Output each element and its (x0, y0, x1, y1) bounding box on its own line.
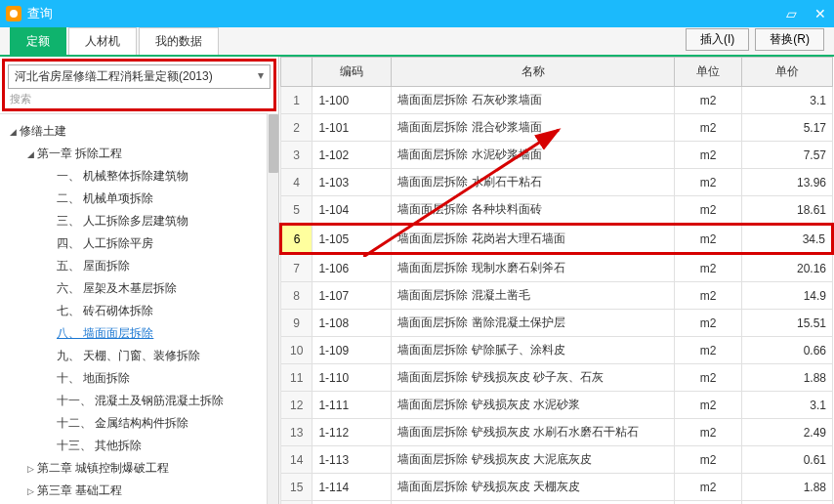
tree-leaf[interactable]: 十三、 其他拆除 (2, 435, 276, 457)
cell-name: 墙面面层拆除 石灰砂浆墙面 (392, 87, 674, 114)
table-row[interactable]: 41-103墙面面层拆除 水刷石干粘石m213.96 (281, 169, 833, 196)
row-index: 15 (281, 474, 313, 501)
replace-button[interactable]: 替换(R) (755, 28, 824, 51)
tab-quota[interactable]: 定额 (10, 27, 66, 55)
tab-mydata[interactable]: 我的数据 (139, 27, 219, 55)
minimize-button[interactable]: ▱ (783, 6, 799, 21)
cell-price: 20.16 (742, 254, 833, 282)
cell-name: 墙面面层拆除 铲残损灰皮 大泥底灰皮 (392, 446, 674, 474)
tree-leaf[interactable]: 十一、 混凝土及钢筋混凝土拆除 (2, 390, 276, 412)
cell-price: 13.96 (742, 169, 833, 196)
row-index: 7 (281, 254, 313, 282)
cell-code: 1-109 (313, 337, 392, 364)
tree-node-ch2[interactable]: ▷第二章 城镇控制爆破工程 (2, 457, 276, 480)
cell-unit: m2 (674, 337, 741, 364)
cell-name: 墙面面层拆除 水泥砂浆墙面 (392, 142, 674, 169)
quota-dropdown[interactable]: 河北省房屋修缮工程消耗量定额(2013) (8, 64, 271, 89)
tree-leaf[interactable]: 九、 天棚、门窗、装修拆除 (2, 345, 276, 367)
chevron-down-icon: ◢ (27, 149, 37, 159)
search-hint[interactable]: 搜索 (8, 92, 271, 106)
cell-unit: m2 (674, 474, 741, 501)
cell-price: 34.5 (742, 225, 833, 254)
cell-price: 0.61 (742, 446, 833, 474)
col-price[interactable]: 单价 (742, 58, 833, 87)
cell-code: 1-100 (313, 87, 392, 114)
tree-node-ch3[interactable]: ▷第三章 基础工程 (2, 480, 276, 502)
tree-scrollbar[interactable] (267, 113, 278, 504)
table-row[interactable]: 101-109墙面面层拆除 铲除腻子、涂料皮m20.66 (281, 337, 833, 364)
table-row[interactable]: 71-106墙面面层拆除 现制水磨石剁斧石m220.16 (281, 254, 833, 282)
cell-code: 1-105 (313, 225, 392, 254)
table-row[interactable]: 31-102墙面面层拆除 水泥砂浆墙面m27.57 (281, 142, 833, 169)
cell-price: 1.88 (742, 474, 833, 501)
tree-leaf[interactable]: 一、 机械整体拆除建筑物 (2, 165, 276, 188)
table-row[interactable]: 151-114墙面面层拆除 铲残损灰皮 天棚灰皮m21.88 (281, 474, 833, 501)
table-row[interactable]: 21-101墙面面层拆除 混合砂浆墙面m25.17 (281, 114, 833, 142)
table-row[interactable]: 141-113墙面面层拆除 铲残损灰皮 大泥底灰皮m20.61 (281, 446, 833, 474)
cell-unit: m2 (674, 282, 741, 310)
tree-leaf[interactable]: 六、 屋架及木基层拆除 (2, 277, 276, 300)
table-row[interactable]: 131-112墙面面层拆除 铲残损灰皮 水刷石水磨石干粘石m22.49 (281, 419, 833, 446)
tab-labor[interactable]: 人材机 (68, 27, 137, 55)
tree-leaf[interactable]: 五、 屋面拆除 (2, 255, 276, 277)
close-button[interactable]: ✕ (813, 6, 828, 21)
cell-price: 1.88 (742, 364, 833, 392)
chevron-right-icon: ▷ (27, 464, 37, 474)
row-index: 4 (281, 169, 313, 196)
tree-leaf[interactable]: 七、 砖石砌体拆除 (2, 300, 276, 322)
cell-name: 墙面面层拆除 铲除油皮 墙面抹灰面 (392, 501, 674, 505)
table-row[interactable]: 161-115墙面面层拆除 铲除油皮 墙面抹灰面m21.74 (281, 501, 833, 505)
cell-code: 1-102 (313, 142, 392, 169)
table-row[interactable]: 91-108墙面面层拆除 凿除混凝土保护层m215.51 (281, 310, 833, 337)
tree-node-ch1[interactable]: ◢第一章 拆除工程 (2, 143, 276, 165)
cell-unit: m2 (674, 225, 741, 254)
table-row[interactable]: 121-111墙面面层拆除 铲残损灰皮 水泥砂浆m23.1 (281, 392, 833, 419)
window-title: 查询 (27, 5, 783, 22)
cell-name: 墙面面层拆除 铲残损灰皮 砂子灰、石灰 (392, 364, 674, 392)
table-row[interactable]: 81-107墙面面层拆除 混凝土凿毛m214.9 (281, 282, 833, 310)
row-index: 5 (281, 196, 313, 225)
cell-unit: m2 (674, 169, 741, 196)
tree-node-root[interactable]: ◢修缮土建 (2, 120, 276, 143)
table-row[interactable]: 111-110墙面面层拆除 铲残损灰皮 砂子灰、石灰m21.88 (281, 364, 833, 392)
tree-leaf[interactable]: 十二、 金属结构构件拆除 (2, 412, 276, 435)
cell-code: 1-108 (313, 310, 392, 337)
row-index: 3 (281, 142, 313, 169)
cell-code: 1-114 (313, 474, 392, 501)
cell-price: 7.57 (742, 142, 833, 169)
tree-leaf[interactable]: 三、 人工拆除多层建筑物 (2, 210, 276, 232)
cell-name: 墙面面层拆除 铲残损灰皮 水泥砂浆 (392, 392, 674, 419)
cell-unit: m2 (674, 114, 741, 142)
insert-button[interactable]: 插入(I) (686, 28, 749, 51)
tree-leaf[interactable]: 四、 人工拆除平房 (2, 232, 276, 255)
cell-name: 墙面面层拆除 花岗岩大理石墙面 (392, 225, 674, 254)
row-index: 12 (281, 392, 313, 419)
cell-code: 1-112 (313, 419, 392, 446)
cell-price: 3.1 (742, 87, 833, 114)
row-index: 1 (281, 87, 313, 114)
cell-code: 1-111 (313, 392, 392, 419)
cell-name: 墙面面层拆除 铲残损灰皮 水刷石水磨石干粘石 (392, 419, 674, 446)
tree-leaf[interactable]: 十、 地面拆除 (2, 367, 276, 390)
cell-name: 墙面面层拆除 凿除混凝土保护层 (392, 310, 674, 337)
cell-unit: m2 (674, 419, 741, 446)
table-row[interactable]: 51-104墙面面层拆除 各种块料面砖m218.61 (281, 196, 833, 225)
cell-code: 1-115 (313, 501, 392, 505)
tree-leaf[interactable]: 二、 机械单项拆除 (2, 188, 276, 210)
cell-unit: m2 (674, 501, 741, 505)
table-row[interactable]: 11-100墙面面层拆除 石灰砂浆墙面m23.1 (281, 87, 833, 114)
cell-code: 1-107 (313, 282, 392, 310)
cell-name: 墙面面层拆除 混凝土凿毛 (392, 282, 674, 310)
cell-price: 2.49 (742, 419, 833, 446)
col-code[interactable]: 编码 (313, 58, 392, 87)
tree-leaf-selected[interactable]: 八、 墙面面层拆除 (2, 322, 276, 345)
cell-price: 18.61 (742, 196, 833, 225)
row-index: 9 (281, 310, 313, 337)
col-unit[interactable]: 单位 (674, 58, 741, 87)
cell-unit: m2 (674, 310, 741, 337)
row-index: 16 (281, 501, 313, 505)
cell-price: 15.51 (742, 310, 833, 337)
cell-name: 墙面面层拆除 现制水磨石剁斧石 (392, 254, 674, 282)
table-row[interactable]: 61-105墙面面层拆除 花岗岩大理石墙面m234.5 (281, 225, 833, 254)
col-name[interactable]: 名称 (392, 58, 674, 87)
